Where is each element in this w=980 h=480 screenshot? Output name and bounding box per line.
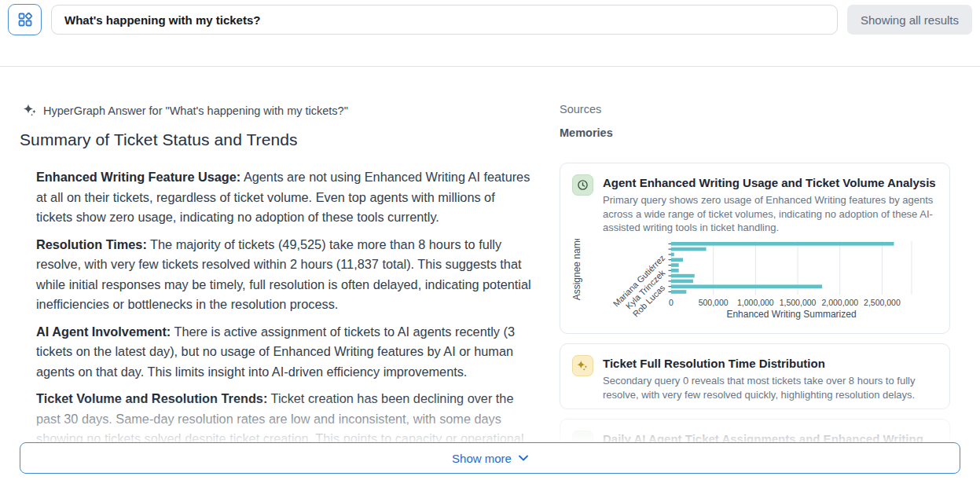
paragraph-lead: Enhanced Writing Feature Usage:: [36, 170, 240, 184]
paragraph-lead: AI Agent Involvement:: [36, 324, 171, 339]
apps-button[interactable]: [8, 4, 42, 35]
chevron-down-icon: [519, 455, 528, 461]
memory-card-description: Secondary query 0 reveals that most tick…: [603, 374, 938, 401]
paragraph-lead: Ticket Volume and Resolution Trends:: [36, 391, 267, 405]
sparkles-icon: [572, 355, 593, 376]
topbar: Showing all results: [0, 0, 980, 39]
memories-label: Memories: [560, 126, 613, 139]
svg-text:Assignee name: Assignee name: [572, 239, 582, 300]
apps-grid-icon: [17, 12, 33, 27]
svg-text:500,000: 500,000: [699, 298, 729, 307]
answer-eyebrow-text: HyperGraph Answer for "What's happening …: [43, 104, 348, 117]
memory-card-title: Ticket Full Resolution Time Distribution: [603, 356, 938, 371]
show-more-button[interactable]: Show more: [20, 442, 960, 474]
paragraph-resolution-times: Resolution Times: The majority of ticket…: [36, 235, 533, 315]
clock-icon: [572, 174, 593, 196]
paragraph-ai-agent-involvement: AI Agent Involvement: There is active as…: [36, 322, 533, 383]
header-divider: [0, 66, 980, 67]
memory-card-enhanced-writing[interactable]: Agent Enhanced Writing Usage and Ticket …: [560, 163, 950, 334]
memory-card-title: Agent Enhanced Writing Usage and Ticket …: [603, 175, 938, 190]
answer-body: Enhanced Writing Feature Usage: Agents a…: [36, 167, 533, 476]
memory-card-resolution-time[interactable]: Ticket Full Resolution Time Distribution…: [560, 343, 950, 409]
search-input[interactable]: [51, 5, 838, 35]
sparkles-icon: [24, 104, 37, 117]
sources-label: Sources: [560, 103, 601, 115]
svg-text:1,000,000: 1,000,000: [737, 298, 774, 307]
enhanced-writing-bar-chart: 0500,0001,000,0001,500,0002,000,0002,500…: [572, 239, 939, 335]
paragraph-lead: Resolution Times:: [36, 237, 147, 251]
show-more-label: Show more: [452, 452, 512, 465]
svg-text:1,500,000: 1,500,000: [780, 298, 817, 307]
showing-all-results-button[interactable]: Showing all results: [847, 5, 972, 35]
svg-text:2,500,000: 2,500,000: [864, 298, 901, 307]
paragraph-enhanced-writing: Enhanced Writing Feature Usage: Agents a…: [36, 167, 533, 228]
svg-text:2,000,000: 2,000,000: [821, 298, 858, 307]
page-title: Summary of Ticket Status and Trends: [20, 130, 298, 149]
svg-text:Enhanced Writing Summarized: Enhanced Writing Summarized: [726, 309, 856, 320]
memory-card-description: Primary query shows zero usage of Enhanc…: [603, 193, 938, 235]
svg-text:0: 0: [669, 298, 674, 307]
answer-eyebrow: HyperGraph Answer for "What's happening …: [24, 104, 348, 117]
